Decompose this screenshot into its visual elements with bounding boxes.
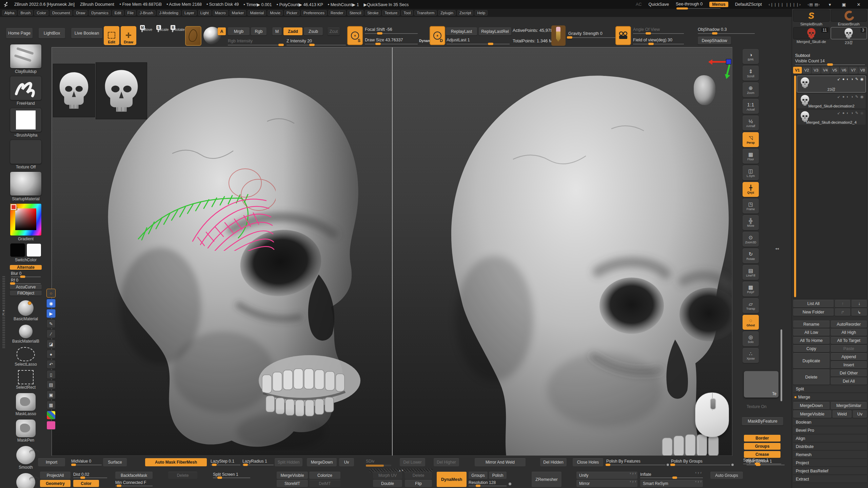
subtool-item[interactable]: ↙ ● ◐ ◑ ✎ ◉ Merged_Skull-decimation2_4	[797, 109, 866, 125]
mask-groups-button[interactable]: Groups	[744, 443, 781, 450]
menu-item[interactable]: Render	[328, 10, 346, 16]
tray-toggle-right-icon[interactable]: ‹▤ ▤›	[808, 2, 820, 7]
menu-item[interactable]: Light	[198, 10, 211, 16]
visibility-eye-icon[interactable]: ◉	[46, 299, 56, 308]
menu-item[interactable]: Macro	[213, 10, 228, 16]
linefill-button[interactable]: ▤ LineFill	[743, 265, 759, 280]
smooth-valleys-thumb[interactable]	[16, 473, 35, 488]
menu-item[interactable]: Edit	[112, 10, 124, 16]
menu-item[interactable]: Brush	[18, 10, 33, 16]
menu-item[interactable]: Transform	[414, 10, 437, 16]
mirror-button[interactable]: Mirrorx y z	[576, 480, 637, 487]
pencil-icon[interactable]	[551, 25, 566, 46]
import-button[interactable]: Import	[38, 458, 65, 466]
basic-material-b[interactable]: BasicMaterialB	[9, 323, 42, 344]
angle-of-view-slider[interactable]: Angle Of View	[633, 27, 684, 34]
aahalf-button[interactable]: ½ AAHalf	[743, 116, 759, 130]
texture-off-thumb[interactable]	[10, 140, 42, 164]
projection-delete-button[interactable]: Delete	[168, 472, 197, 479]
subtool-item[interactable]: ↙ ● ◐ ◑ ✎ ◉ 23강	[797, 76, 866, 93]
subtool-variant-tab[interactable]: V8	[859, 67, 867, 74]
all-high-button[interactable]: All High	[831, 329, 867, 336]
mask-crease-button[interactable]: Crease	[744, 451, 781, 458]
double-button[interactable]: Double	[373, 480, 402, 487]
append-button[interactable]: Append	[831, 353, 867, 360]
restore-button[interactable]: ▣	[840, 2, 848, 7]
material-slot[interactable]: StartupMaterial	[9, 171, 42, 201]
section-header[interactable]: Remesh	[793, 451, 867, 459]
menu-item[interactable]: Draw	[74, 10, 87, 16]
brushalpha-thumb[interactable]	[10, 108, 42, 132]
uv-toggle-icon[interactable]: ◐	[847, 77, 849, 81]
menu-item[interactable]: Tool	[401, 10, 413, 16]
lazystep-slider[interactable]: LazyStep 0.1	[211, 458, 240, 466]
alternate-button[interactable]: Alternate	[10, 265, 42, 270]
delete-layer-button[interactable]: Delete	[405, 472, 432, 479]
freehand-thumb[interactable]	[10, 76, 42, 100]
del-higher-button[interactable]: Del Higher	[434, 458, 459, 466]
obj-shadow-slider[interactable]: ObjShadow 0.3	[698, 27, 755, 34]
undo-icon[interactable]: ↶	[46, 360, 56, 369]
main-color-swatch[interactable]	[10, 243, 25, 257]
resolution-slider[interactable]: Resolution 128	[469, 480, 507, 487]
menu-item[interactable]: Preferences	[301, 10, 327, 16]
eraser-brush-slot[interactable]: EraserBrush	[831, 9, 867, 26]
smart-resym-button[interactable]: Smart ReSymx y z	[640, 480, 703, 487]
menu-item[interactable]: Stroke	[365, 10, 381, 16]
split-screen-slider[interactable]: Split Screen 1	[747, 458, 785, 466]
subtool-variant-tab[interactable]: V5	[830, 67, 839, 74]
uv-toggle-icon[interactable]: ◐	[847, 111, 849, 115]
see-through-slider[interactable]: See-through 0	[676, 2, 703, 7]
section-header[interactable]: Bevel Pro	[793, 427, 867, 434]
gravity-strength-slider[interactable]: Gravity Strength 0	[568, 31, 618, 38]
ghost-button[interactable]: ◌ Ghost	[743, 315, 759, 330]
split-hidden-button[interactable]: Split Hidden	[275, 458, 302, 466]
zoom3d-button[interactable]: ⊙ Zoom3D	[743, 232, 759, 247]
basic-material-b-thumb[interactable]	[19, 325, 33, 338]
section-header[interactable]: Distribute	[793, 443, 867, 450]
subtool-variant-tab[interactable]: V7	[849, 67, 858, 74]
frame-button[interactable]: ◳ Frame	[743, 199, 759, 214]
sculpt-icon[interactable]: ✎	[855, 77, 858, 81]
zoom-button[interactable]: ⊕ Zoom	[743, 82, 759, 97]
move-down-button[interactable]: ↓	[851, 300, 867, 307]
replay-last-rel-button[interactable]: ReplayLastRel	[479, 27, 511, 35]
sculpt-icon[interactable]: ✎	[855, 111, 858, 115]
backfacemask-button[interactable]: BackfaceMask	[115, 472, 153, 479]
storemt-button[interactable]: StoreMT	[277, 480, 308, 487]
all-to-target-button[interactable]: All To Target	[831, 337, 867, 344]
unify-button[interactable]: Unifyx y z	[576, 472, 637, 479]
accucurve-button[interactable]: AccuCurve	[10, 285, 42, 289]
polish-by-groups-slider[interactable]: Polish By Groups	[671, 458, 730, 466]
copy-button[interactable]: Copy	[793, 345, 830, 352]
document-canvas[interactable]	[52, 47, 732, 456]
auto-mask-fibermesh-button[interactable]: Auto Mask FiberMesh	[145, 458, 207, 466]
menus-button[interactable]: Menus	[709, 2, 728, 7]
actual-button[interactable]: 1:1 Actual	[743, 99, 759, 114]
basic-material[interactable]: BasicMaterial	[9, 299, 42, 321]
del-lower-button[interactable]: Del Lower	[400, 458, 425, 466]
section-header[interactable]: Boolean	[793, 419, 867, 426]
dynamesh-button[interactable]: DynaMesh	[437, 472, 467, 487]
texture-toggle-icon[interactable]: ◑	[851, 111, 853, 115]
mergedown-button[interactable]: MergeDown	[793, 402, 830, 409]
move3d-button[interactable]: ╬ Move	[743, 215, 759, 230]
persp-button[interactable]: ◹ Persp	[743, 132, 759, 147]
autoreorder-button[interactable]: AutoReorder	[831, 321, 867, 328]
secondary-color-swatch[interactable]	[26, 243, 41, 257]
menu-item[interactable]: File	[125, 10, 136, 16]
mask-by-feature-button[interactable]: MaskByFeature	[742, 417, 783, 425]
zadd-button[interactable]: Zadd	[283, 27, 302, 35]
mrgb-button[interactable]: Mrgb	[228, 27, 250, 35]
polypaint-arrow-icon[interactable]: ↙	[837, 111, 840, 115]
mergedown-button[interactable]: MergeDown	[307, 458, 337, 466]
simple-brush-slot[interactable]: S SimpleBrush	[793, 9, 830, 26]
move-out-button[interactable]: ↱	[835, 308, 850, 316]
rgb-button[interactable]: Rgb	[251, 27, 267, 35]
smooth-thumb[interactable]	[16, 446, 35, 464]
smooth-valleys-brush[interactable]: SmoothValleys	[9, 472, 42, 488]
insert-button[interactable]: Insert	[831, 361, 867, 368]
visible-count-slider[interactable]: Visible Count 14	[793, 59, 867, 65]
projectall-button[interactable]: ProjectAll	[40, 472, 71, 479]
menu-item[interactable]: Stencil	[347, 10, 364, 16]
